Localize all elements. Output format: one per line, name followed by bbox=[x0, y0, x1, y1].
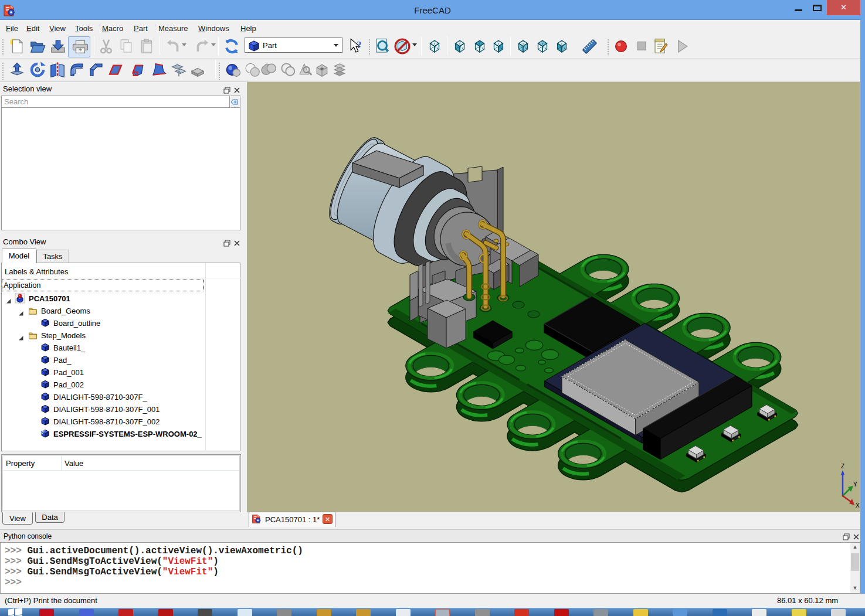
svg-text:X: X bbox=[856, 502, 860, 509]
svg-text:Z: Z bbox=[841, 463, 844, 469]
svg-text:Y: Y bbox=[853, 481, 857, 488]
svg-text:?: ? bbox=[357, 40, 361, 50]
